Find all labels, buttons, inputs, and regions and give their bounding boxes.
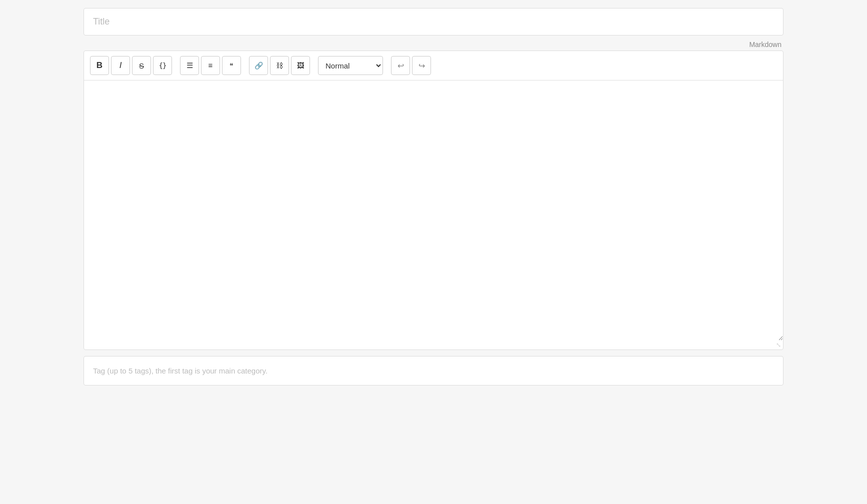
italic-button[interactable]: I — [111, 56, 130, 75]
toolbar: B I S {} — [84, 51, 783, 80]
italic-icon: I — [120, 60, 122, 70]
unlink-button[interactable] — [270, 56, 289, 75]
strikethrough-button[interactable]: S — [132, 56, 151, 75]
unlink-icon — [276, 61, 283, 70]
strikethrough-icon: S — [139, 62, 144, 70]
undo-icon — [398, 61, 404, 70]
heading-select[interactable]: Normal Heading 1 Heading 2 Heading 3 Hea… — [318, 56, 383, 75]
ordered-list-button[interactable] — [201, 56, 220, 75]
bold-icon: B — [96, 60, 102, 70]
image-icon — [297, 61, 304, 70]
quote-button[interactable] — [222, 56, 241, 75]
link-icon — [254, 61, 263, 70]
resize-handle: ⤡ — [84, 340, 783, 350]
unordered-list-button[interactable] — [180, 56, 199, 75]
resize-icon: ⤡ — [776, 342, 781, 348]
markdown-label-row: Markdown — [84, 40, 784, 48]
redo-icon — [418, 61, 425, 70]
redo-button[interactable] — [412, 56, 431, 75]
quote-icon — [230, 61, 234, 70]
code-icon: {} — [159, 62, 166, 70]
ordered-list-icon — [208, 61, 213, 70]
title-input[interactable] — [84, 8, 784, 36]
tag-input[interactable] — [84, 356, 784, 386]
bold-button[interactable]: B — [90, 56, 109, 75]
link-button[interactable] — [249, 56, 268, 75]
undo-button[interactable] — [391, 56, 410, 75]
editor-body[interactable] — [84, 80, 783, 340]
editor-container: B I S {} — [84, 50, 784, 350]
unordered-list-icon — [186, 61, 193, 70]
code-button[interactable]: {} — [153, 56, 172, 75]
markdown-label: Markdown — [749, 40, 782, 48]
page-container: Markdown B I S {} — [84, 8, 784, 386]
image-button[interactable] — [291, 56, 310, 75]
